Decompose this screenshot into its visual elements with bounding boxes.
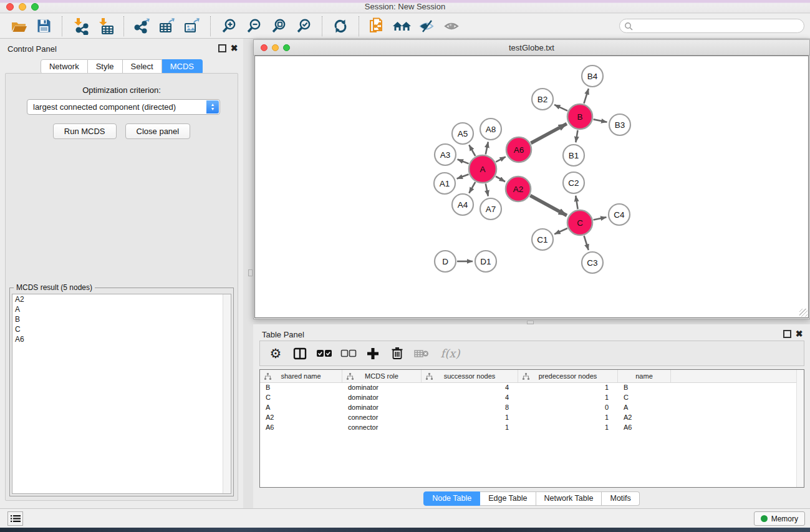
edge-A-A1[interactable] [457,174,469,178]
node-A6[interactable]: A6 [506,137,531,162]
close-panel-button[interactable]: ✖ [230,44,238,52]
result-item-a[interactable]: A [12,304,231,314]
node-A3[interactable]: A3 [435,144,456,165]
edge-B-B2[interactable] [554,105,567,111]
tab-style[interactable]: Style [88,59,123,74]
zoom-fit-button[interactable] [266,16,291,37]
search-input[interactable] [635,22,804,31]
network-graph[interactable]: B4B2BB3A5A8A6B1A3AC2A1A2A4A7C4CC1C3DD1 [255,56,809,318]
cell-name[interactable]: A6 [618,423,671,433]
edge-C-C3[interactable] [584,236,589,250]
edge-C-C2[interactable] [576,196,577,210]
node-B4[interactable]: B4 [582,65,603,87]
node-C4[interactable]: C4 [609,204,630,225]
cell-mcds-role[interactable]: connector [342,413,422,423]
cell-predecessor-nodes[interactable]: 1 [518,423,618,433]
select-all-button[interactable] [315,344,334,363]
tab-network-table[interactable]: Network Table [536,491,602,506]
cell-mcds-role[interactable]: dominator [342,393,422,403]
node-A[interactable]: A [469,155,496,183]
node-B2[interactable]: B2 [532,89,553,110]
run-mcds-button[interactable]: Run MCDS [53,123,117,139]
open-session-button[interactable] [6,16,31,37]
edge-A2-C[interactable] [530,196,567,216]
tab-edge-table[interactable]: Edge Table [480,491,536,506]
split-column-button[interactable] [291,344,309,363]
float-panel-button[interactable] [218,44,226,52]
delete-table-button[interactable] [412,344,431,363]
node-A7[interactable]: A7 [480,198,501,220]
function-builder-button[interactable]: f(x) [436,344,464,363]
network-canvas[interactable]: B4B2BB3A5A8A6B1A3AC2A1A2A4A7C4CC1C3DD1 [254,56,809,318]
zoom-selected-button[interactable] [291,16,316,37]
table-row[interactable]: Adominator80A [260,403,804,413]
table-row[interactable]: Bdominator41B [260,383,804,393]
float-table-panel-button[interactable] [783,330,791,338]
cell-mcds-role[interactable]: dominator [342,403,422,413]
result-item-c[interactable]: C [12,324,231,334]
gear-button[interactable]: ⚙ [266,344,285,363]
node-D1[interactable]: D1 [475,251,496,272]
task-history-button[interactable] [7,511,23,526]
cell-name[interactable]: A [618,403,671,413]
edge-C-C4[interactable] [594,217,607,220]
refresh-button[interactable] [328,16,353,37]
node-A8[interactable]: A8 [480,118,501,140]
cell-name[interactable]: B [618,383,671,393]
table-row[interactable]: A2connector11A2 [260,413,804,423]
delete-column-button[interactable] [388,344,407,363]
cell-shared-name[interactable]: C [260,393,342,403]
edge-B-B4[interactable] [584,89,588,104]
cell-shared-name[interactable]: A6 [260,423,342,433]
mcds-result-list[interactable]: A2ABCA6 [12,294,231,494]
node-A2[interactable]: A2 [506,177,531,201]
close-panel-button-inner[interactable]: Close panel [125,123,191,139]
column-header-successor-nodes[interactable]: successor nodes [422,370,518,382]
cell-successor-nodes[interactable]: 4 [422,383,518,393]
tab-mcds[interactable]: MCDS [162,59,203,74]
import-network-button[interactable] [68,16,93,37]
show-graphics-button[interactable] [440,16,465,37]
export-image-button[interactable] [180,16,205,37]
table-row[interactable]: A6connector11A6 [260,423,804,433]
cell-successor-nodes[interactable]: 8 [422,403,518,413]
node-B1[interactable]: B1 [563,145,584,166]
result-item-a2[interactable]: A2 [12,294,231,304]
cell-name[interactable]: A2 [618,413,671,423]
home-button[interactable] [390,16,415,37]
tab-select[interactable]: Select [123,59,162,74]
result-item-b[interactable]: B [12,314,231,324]
export-table-button[interactable] [155,16,180,37]
cell-name[interactable]: C [618,393,671,403]
cell-shared-name[interactable]: A2 [260,413,342,423]
import-table-button[interactable] [93,16,118,37]
network-window-titlebar[interactable]: testGlobe.txt [254,40,809,56]
deselect-all-button[interactable] [339,344,358,363]
edge-A-A6[interactable] [496,157,506,162]
cell-successor-nodes[interactable]: 4 [422,393,518,403]
tab-network[interactable]: Network [41,59,88,74]
column-header-name[interactable]: name [618,370,671,382]
tab-node-table[interactable]: Node Table [423,491,480,506]
column-header-shared-name[interactable]: shared name [260,370,342,382]
edge-A-A8[interactable] [486,142,488,155]
vertical-splitter-handle[interactable] [248,269,253,276]
edge-A-A7[interactable] [486,184,488,196]
hide-graphics-button[interactable] [415,16,440,37]
node-A5[interactable]: A5 [452,123,473,144]
table-row[interactable]: Cdominator41C [260,393,804,403]
node-A4[interactable]: A4 [452,194,473,215]
duplicate-network-button[interactable] [365,16,390,37]
resize-handle-icon[interactable] [799,309,808,317]
node-C3[interactable]: C3 [582,252,603,273]
add-column-button[interactable] [364,344,382,363]
cell-predecessor-nodes[interactable]: 1 [518,383,618,393]
cell-predecessor-nodes[interactable]: 1 [518,413,618,423]
cell-mcds-role[interactable]: dominator [342,383,422,393]
cell-predecessor-nodes[interactable]: 1 [518,393,618,403]
edge-A-A2[interactable] [496,177,505,182]
result-item-a6[interactable]: A6 [12,334,231,344]
edge-B-B3[interactable] [594,119,607,122]
cell-shared-name[interactable]: A [260,403,342,413]
edge-A-A4[interactable] [469,182,475,193]
